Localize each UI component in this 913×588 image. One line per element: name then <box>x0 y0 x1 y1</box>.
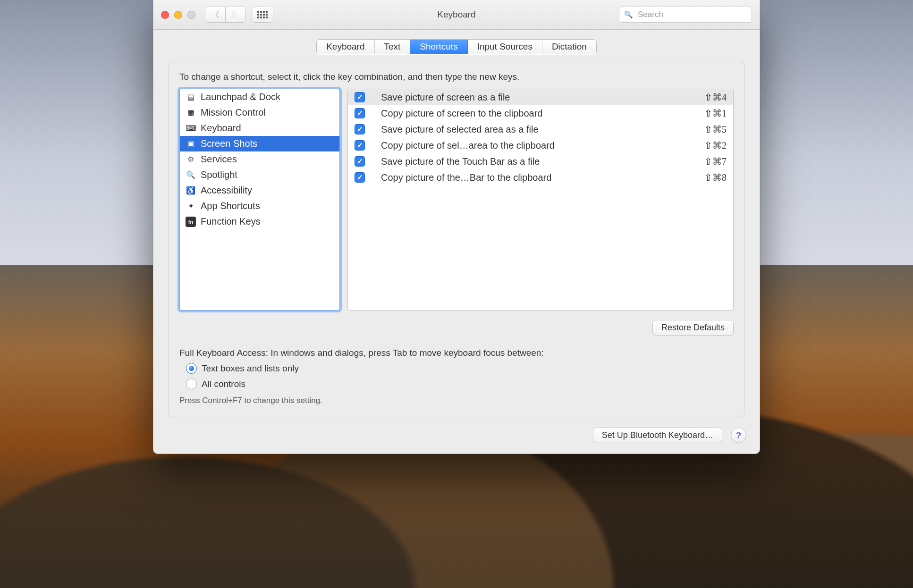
shortcut-label: Copy picture of the…Bar to the clipboard <box>381 172 682 183</box>
fn-icon: fn <box>186 217 196 227</box>
titlebar: 〈 〉 Keyboard 🔍 <box>153 0 760 30</box>
fka-option[interactable]: All controls <box>179 378 734 389</box>
fka-heading: Full Keyboard Access: In windows and dia… <box>179 348 734 358</box>
close-button[interactable] <box>161 11 169 19</box>
show-all-button[interactable] <box>252 7 273 23</box>
shortcut-row[interactable]: ✓Copy picture of sel…area to the clipboa… <box>348 137 733 153</box>
tab-input-sources[interactable]: Input Sources <box>468 40 542 54</box>
spotlight-icon: 🔍 <box>186 170 196 180</box>
category-item[interactable]: ⌨Keyboard <box>180 120 339 136</box>
shortcut-checkbox[interactable]: ✓ <box>355 92 365 102</box>
mission-icon: ▦ <box>186 108 196 118</box>
category-item[interactable]: fnFunction Keys <box>180 214 339 229</box>
shortcut-checkbox[interactable]: ✓ <box>355 172 365 183</box>
category-item[interactable]: ▣Screen Shots <box>180 136 339 151</box>
search-icon: 🔍 <box>624 10 633 19</box>
fka-option[interactable]: Text boxes and lists only <box>179 363 734 374</box>
shortcut-checkbox[interactable]: ✓ <box>355 124 365 134</box>
rocket-icon: ▤ <box>186 92 196 102</box>
shortcut-list[interactable]: • ✓Save picture of screen as a file⇧⌘4✓C… <box>347 89 734 311</box>
shortcut-row[interactable]: ✓Copy picture of the…Bar to the clipboar… <box>348 169 733 185</box>
shortcut-keys[interactable]: ⇧⌘4 <box>689 92 727 103</box>
apps-icon: ✦ <box>186 201 196 211</box>
shortcut-label: Save picture of the Touch Bar as a file <box>381 156 682 167</box>
fka-hint: Press Control+F7 to change this setting. <box>179 396 734 405</box>
category-label: Screen Shots <box>201 138 257 149</box>
shortcut-checkbox[interactable]: ✓ <box>355 140 365 151</box>
chevron-right-icon: 〉 <box>231 9 240 20</box>
shortcut-label: Save picture of selected area as a file <box>381 124 682 135</box>
lists-container: ▤Launchpad & Dock▦Mission Control⌨Keyboa… <box>179 89 734 311</box>
preferences-window: 〈 〉 Keyboard 🔍 KeyboardTextS <box>153 0 760 454</box>
restore-defaults-button[interactable]: Restore Defaults <box>652 320 734 336</box>
category-item[interactable]: ♿Accessibility <box>180 183 339 198</box>
shortcut-keys[interactable]: ⇧⌘8 <box>689 172 727 183</box>
radio-button[interactable] <box>186 378 197 389</box>
grid-icon <box>257 11 268 18</box>
search-input[interactable] <box>637 9 747 20</box>
help-button[interactable]: ? <box>731 428 746 443</box>
shortcut-checkbox[interactable]: ✓ <box>355 108 365 118</box>
shortcut-label: Copy picture of sel…area to the clipboar… <box>381 140 682 151</box>
category-item[interactable]: ▦Mission Control <box>180 105 339 120</box>
shortcut-row[interactable]: ✓Save picture of the Touch Bar as a file… <box>348 153 733 169</box>
tabs-row: KeyboardTextShortcutsInput SourcesDictat… <box>153 30 760 62</box>
zoom-button[interactable] <box>187 11 195 19</box>
category-label: App Shortcuts <box>201 201 260 211</box>
shortcut-checkbox[interactable]: ✓ <box>355 156 365 167</box>
shortcut-keys[interactable]: ⇧⌘7 <box>689 156 727 167</box>
tab-keyboard[interactable]: Keyboard <box>317 40 374 54</box>
shortcut-row[interactable]: ✓Save picture of selected area as a file… <box>348 121 733 137</box>
chevron-left-icon: 〈 <box>211 9 220 20</box>
tab-bar: KeyboardTextShortcutsInput SourcesDictat… <box>316 39 597 54</box>
category-item[interactable]: ✦App Shortcuts <box>180 198 339 214</box>
shortcut-label: Save picture of screen as a file <box>381 92 682 103</box>
screenshot-icon: ▣ <box>186 139 196 149</box>
category-label: Spotlight <box>201 169 237 180</box>
shortcut-keys[interactable]: ⇧⌘1 <box>689 108 727 119</box>
forward-button[interactable]: 〉 <box>226 7 245 22</box>
back-button[interactable]: 〈 <box>205 7 226 22</box>
shortcut-label: Copy picture of screen to the clipboard <box>381 108 682 119</box>
window-controls <box>161 11 195 19</box>
tab-dictation[interactable]: Dictation <box>542 40 596 54</box>
category-label: Function Keys <box>201 216 261 227</box>
search-field[interactable]: 🔍 <box>619 7 752 23</box>
category-label: Mission Control <box>201 107 266 118</box>
nav-back-forward: 〈 〉 <box>205 7 246 23</box>
shortcut-row[interactable]: ✓Save picture of screen as a file⇧⌘4 <box>348 89 733 105</box>
category-item[interactable]: 🔍Spotlight <box>180 167 339 183</box>
shortcut-keys[interactable]: ⇧⌘5 <box>689 124 727 135</box>
category-item[interactable]: ⚙Services <box>180 151 339 167</box>
setup-bluetooth-keyboard-button[interactable]: Set Up Bluetooth Keyboard… <box>593 428 722 443</box>
fka-option-label: Text boxes and lists only <box>202 363 299 374</box>
category-label: Keyboard <box>201 123 241 134</box>
category-label: Launchpad & Dock <box>201 92 280 102</box>
keyboard-icon: ⌨ <box>186 123 196 134</box>
fka-option-label: All controls <box>202 379 245 389</box>
category-label: Accessibility <box>201 185 252 196</box>
shortcut-keys[interactable]: ⇧⌘2 <box>689 140 727 151</box>
shortcuts-panel: To change a shortcut, select it, click t… <box>169 62 744 417</box>
category-list[interactable]: ▤Launchpad & Dock▦Mission Control⌨Keyboa… <box>179 89 340 311</box>
radio-button[interactable] <box>186 363 197 374</box>
accessibility-icon: ♿ <box>186 185 196 196</box>
tab-text[interactable]: Text <box>375 40 411 54</box>
tab-shortcuts[interactable]: Shortcuts <box>410 40 467 54</box>
minimize-button[interactable] <box>174 11 182 19</box>
bottom-bar: Set Up Bluetooth Keyboard… ? <box>153 417 760 454</box>
category-item[interactable]: ▤Launchpad & Dock <box>180 89 339 105</box>
shortcut-row[interactable]: ✓Copy picture of screen to the clipboard… <box>348 105 733 121</box>
gear-icon: ⚙ <box>186 154 196 165</box>
category-label: Services <box>201 154 237 165</box>
instructions-text: To change a shortcut, select it, click t… <box>179 72 734 82</box>
